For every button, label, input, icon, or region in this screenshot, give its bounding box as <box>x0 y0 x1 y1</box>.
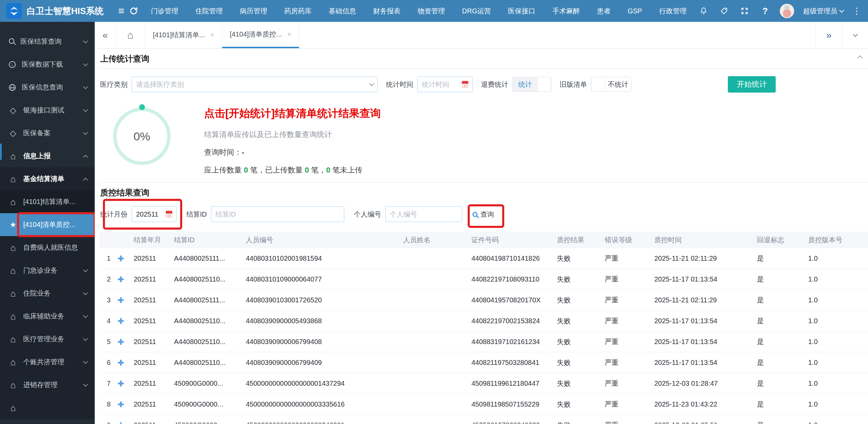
cell-qc-time: 2025-11-17 01:13:54 <box>652 338 754 346</box>
sidebar-item[interactable]: 医疗管理业务 <box>0 328 95 351</box>
start-stats-button[interactable]: 开始统计 <box>728 76 776 93</box>
col-header[interactable]: 结算年月 <box>131 235 171 245</box>
stat-time-input[interactable]: 统计时间 <box>417 77 473 92</box>
table-row[interactable]: 9 202511 450900G0000... 4500000000000000… <box>99 415 868 424</box>
expand-row-icon[interactable] <box>118 422 124 424</box>
hamburger-menu-icon[interactable]: ≡ <box>118 5 124 17</box>
cell-settle-ym: 202511 <box>131 296 171 304</box>
sidebar-item[interactable]: 个账共济管理 <box>0 351 95 373</box>
expand-row-icon[interactable] <box>118 276 124 282</box>
more-options-icon[interactable]: ⋮ <box>852 6 862 16</box>
top-menu-item[interactable]: 病历管理 <box>240 6 267 16</box>
sidebar-item[interactable]: 基金结算清单 <box>0 167 95 190</box>
tab-4104[interactable]: [4104]清单质控... × <box>222 22 299 48</box>
avatar[interactable] <box>780 4 794 18</box>
table-row[interactable]: 6 202511 A44080025110... 440803909000067… <box>99 352 868 373</box>
top-menu-item[interactable]: GSP <box>628 7 642 15</box>
top-menu-item[interactable]: 患者 <box>597 6 611 16</box>
expand-row-icon[interactable] <box>118 401 124 407</box>
tabs-scroll-left-button[interactable]: « <box>95 22 116 48</box>
top-menu-item[interactable]: 药房药库 <box>284 6 312 16</box>
table-row[interactable]: 2 202511 A44080025110... 440803101090000… <box>99 269 868 290</box>
medical-category-select[interactable]: 请选择医疗类别 <box>132 77 378 92</box>
close-tab-icon[interactable]: × <box>210 31 214 39</box>
chevron-icon <box>83 177 88 182</box>
table-row[interactable]: 8 202511 450900G0000... 4500000000000000… <box>99 394 868 415</box>
expand-row-icon[interactable] <box>118 360 124 366</box>
top-menu-item[interactable]: 行政管理 <box>659 6 686 16</box>
sidebar-item[interactable]: 银海接口测试 <box>0 99 95 122</box>
top-menu-item[interactable]: 门诊管理 <box>151 6 178 16</box>
sidebar-item[interactable]: 医保结算查询 <box>0 30 95 53</box>
calendar-icon[interactable] <box>462 81 468 88</box>
top-menu-item[interactable]: 基础信息 <box>329 6 356 16</box>
table-row[interactable]: 1 202511 A44080025111... 440803101020019… <box>99 248 868 269</box>
chevron-icon <box>83 382 88 386</box>
top-menu-item[interactable]: DRG运营 <box>462 6 491 16</box>
query-button[interactable]: 查询 <box>472 210 494 219</box>
home-tab-icon[interactable]: ⌂ <box>116 22 145 48</box>
person-id-input[interactable]: 个人编号 <box>385 206 462 222</box>
expand-row-icon[interactable] <box>118 256 124 261</box>
sidebar-item[interactable] <box>0 396 95 419</box>
toggle-knob <box>591 77 605 92</box>
top-menu-item[interactable]: 住院管理 <box>196 6 223 16</box>
calendar-icon[interactable] <box>166 211 172 218</box>
sidebar-item-label: 信息上报 <box>23 151 84 161</box>
notifications-bell-icon[interactable] <box>698 5 709 17</box>
table-row[interactable]: 3 202511 A44080025111... 440803901030017… <box>99 290 868 311</box>
home-icon <box>9 335 17 343</box>
refund-label: 退费统计 <box>481 80 508 89</box>
help-icon[interactable]: ? <box>759 5 771 17</box>
chevron-down-icon <box>369 81 374 86</box>
sidebar-item[interactable]: 医保数据下载 <box>0 53 95 76</box>
top-menu-item[interactable]: 手术麻醉 <box>552 6 580 16</box>
old-list-toggle[interactable]: 不统计 <box>591 77 631 92</box>
cell-error-level: 严重 <box>602 379 652 388</box>
sidebar-item[interactable]: 临床辅助业务 <box>0 305 95 328</box>
tabs-dropdown-button[interactable] <box>842 22 868 48</box>
col-header[interactable]: 结算ID <box>171 235 243 245</box>
tab-4101[interactable]: [4101]结算清单... × <box>145 22 222 48</box>
col-header[interactable]: 错误等级 <box>602 235 652 245</box>
sidebar-item[interactable]: 自费病人就医信息 <box>0 236 95 259</box>
sidebar-item[interactable]: [4101]结算清单... <box>0 190 95 213</box>
col-header[interactable]: 人员姓名 <box>400 235 469 245</box>
col-header[interactable]: 回退标志 <box>754 235 805 245</box>
sidebar-item[interactable]: [4104]清单质控... <box>0 213 95 236</box>
top-menu-item[interactable]: 物资管理 <box>418 6 445 16</box>
sidebar-item[interactable]: 门急诊业务 <box>0 259 95 282</box>
select-placeholder: 请选择医疗类别 <box>136 80 184 89</box>
table-row[interactable]: 4 202511 A44080025110... 440803909000054… <box>99 311 868 331</box>
col-header[interactable]: 质控版本号 <box>805 235 864 245</box>
expand-row-icon[interactable] <box>118 318 124 324</box>
col-header[interactable]: 证件号码 <box>469 235 554 245</box>
refresh-icon[interactable] <box>128 5 139 17</box>
fullscreen-icon[interactable] <box>739 5 750 17</box>
tab-label: [4104]清单质控... <box>230 30 282 39</box>
sidebar-item[interactable]: 医保备案 <box>0 122 95 145</box>
sidebar-item[interactable]: 进销存管理 <box>0 373 95 396</box>
expand-row-icon[interactable] <box>118 339 124 345</box>
sidebar-item[interactable]: 医保信息查询 <box>0 76 95 99</box>
tag-icon[interactable] <box>718 5 730 17</box>
close-tab-icon[interactable]: × <box>287 30 291 38</box>
top-menu-item[interactable]: 医保接口 <box>508 6 535 16</box>
expand-row-icon[interactable] <box>118 381 124 386</box>
top-menu-item[interactable]: 财务报表 <box>373 6 401 16</box>
tabs-scroll-right-button[interactable]: » <box>815 22 842 48</box>
tab-bar: « ⌂ [4101]结算清单... × [4104]清单质控... × » <box>95 22 868 49</box>
refund-toggle[interactable]: 统计 <box>512 77 551 92</box>
sidebar-item[interactable]: 信息上报 <box>0 145 95 167</box>
table-row[interactable]: 5 202511 A44080025110... 440803909000067… <box>99 331 868 352</box>
user-menu[interactable]: 超级管理员 <box>803 6 843 16</box>
col-header[interactable]: 人员编号 <box>243 235 400 245</box>
settle-id-input[interactable]: 结算ID <box>211 206 344 222</box>
category-label: 医疗类别 <box>100 80 128 89</box>
stat-month-input[interactable]: 202511 <box>132 206 177 222</box>
expand-row-icon[interactable] <box>118 297 124 303</box>
col-header[interactable]: 质控时间 <box>652 235 754 245</box>
col-header[interactable]: 质控结果 <box>554 235 602 245</box>
table-row[interactable]: 7 202511 450900G0000... 4500000000000000… <box>99 373 868 394</box>
sidebar-item[interactable]: 住院业务 <box>0 282 95 305</box>
